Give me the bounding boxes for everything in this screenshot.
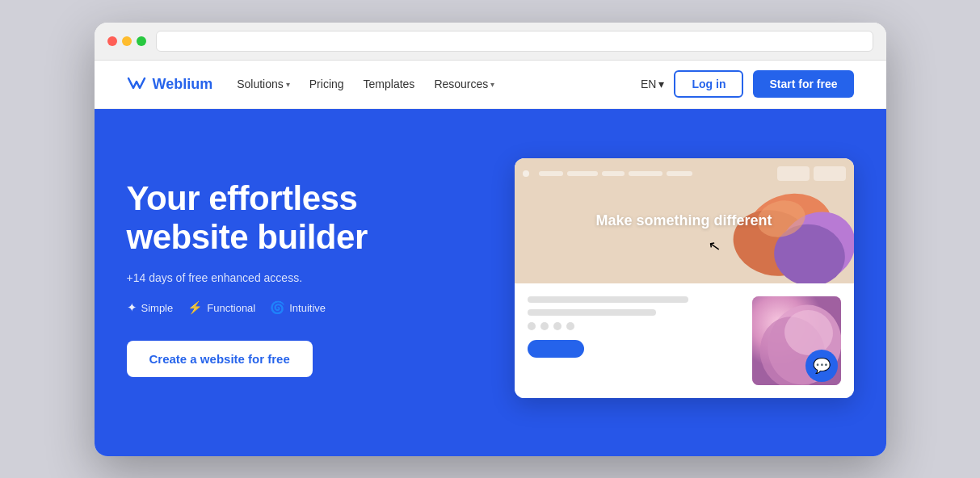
hero-content: Your effortless website builder +14 days…: [127, 179, 434, 378]
mockup-bar-5: [667, 171, 692, 176]
nav-templates[interactable]: Templates: [364, 78, 415, 90]
swirl-icon: 🌀: [270, 300, 285, 315]
logo-text: Weblium: [153, 76, 213, 93]
mockup-tagline: Make something different: [595, 212, 772, 229]
address-bar[interactable]: [156, 31, 873, 52]
hero-subtitle: +14 days of free enhanced access.: [127, 271, 434, 284]
chevron-down-icon-3: ▾: [658, 78, 664, 90]
language-selector[interactable]: EN ▾: [641, 78, 664, 90]
mockup-circle-2: [540, 322, 549, 330]
mockup-action-button: [528, 340, 584, 358]
mockup-circle-1: [528, 322, 536, 330]
nav-links: Solutions ▾ Pricing Templates Resources …: [237, 78, 494, 90]
chat-button[interactable]: 💬: [805, 350, 838, 382]
chevron-down-icon: ▾: [286, 80, 290, 89]
feature-functional-label: Functional: [207, 302, 255, 314]
hero-section: Your effortless website builder +14 days…: [95, 109, 886, 456]
cta-button[interactable]: Create a website for free: [127, 341, 313, 377]
nav-left: Weblium Solutions ▾ Pricing Templates Re…: [127, 76, 495, 93]
mockup-content-left: [528, 296, 742, 358]
hero-title: Your effortless website builder: [127, 179, 434, 258]
start-button[interactable]: Start for free: [753, 70, 853, 98]
mockup-bar-4: [629, 171, 662, 176]
nav-resources-label: Resources: [434, 78, 488, 90]
feature-simple-label: Simple: [141, 302, 174, 314]
login-button[interactable]: Log in: [674, 70, 743, 98]
mockup-bar-2: [567, 171, 598, 176]
lightning-icon: ⚡: [187, 300, 203, 315]
mockup-dot-1: [523, 170, 529, 177]
mockup-card: Make something different: [515, 158, 854, 398]
feature-functional: ⚡ Functional: [187, 300, 255, 315]
navbar: Weblium Solutions ▾ Pricing Templates Re…: [95, 61, 886, 109]
browser-frame: Weblium Solutions ▾ Pricing Templates Re…: [95, 23, 886, 456]
dot-maximize[interactable]: [137, 36, 146, 46]
dot-close[interactable]: [107, 36, 117, 46]
logo[interactable]: Weblium: [127, 76, 213, 93]
lang-label: EN: [641, 78, 656, 90]
mockup-bar-1: [539, 171, 563, 176]
feature-simple: ✦ Simple: [127, 300, 174, 315]
mockup-text-line-2: [528, 309, 657, 316]
mockup-circle-3: [553, 322, 562, 330]
feature-intuitive-label: Intuitive: [289, 302, 326, 314]
hero-features: ✦ Simple ⚡ Functional 🌀 Intuitive: [127, 300, 434, 315]
nav-resources[interactable]: Resources ▾: [434, 78, 494, 90]
dot-minimize[interactable]: [122, 36, 132, 46]
sparkle-icon: ✦: [127, 300, 137, 315]
mockup-text-line-1: [528, 296, 689, 303]
cursor-icon: ↖: [707, 237, 722, 256]
mockup-bar-3: [602, 171, 625, 176]
nav-pricing-label: Pricing: [309, 78, 344, 90]
nav-solutions[interactable]: Solutions ▾: [237, 78, 290, 90]
mockup-top: Make something different: [515, 158, 854, 283]
hero-visual: Make something different: [515, 158, 854, 398]
browser-dots: [107, 36, 146, 46]
logo-icon: [127, 77, 146, 91]
mockup-nav-bars: [539, 171, 692, 176]
feature-intuitive: 🌀 Intuitive: [270, 300, 326, 315]
nav-pricing[interactable]: Pricing: [309, 78, 344, 90]
mockup-dots-row: [528, 322, 742, 330]
browser-chrome: [95, 23, 886, 61]
chevron-down-icon-2: ▾: [490, 80, 494, 89]
nav-templates-label: Templates: [364, 78, 415, 90]
chat-icon: 💬: [813, 357, 831, 375]
mockup-bottom: [515, 283, 854, 398]
nav-solutions-label: Solutions: [237, 78, 284, 90]
mockup-circle-4: [566, 322, 574, 330]
nav-right: EN ▾ Log in Start for free: [641, 70, 853, 98]
